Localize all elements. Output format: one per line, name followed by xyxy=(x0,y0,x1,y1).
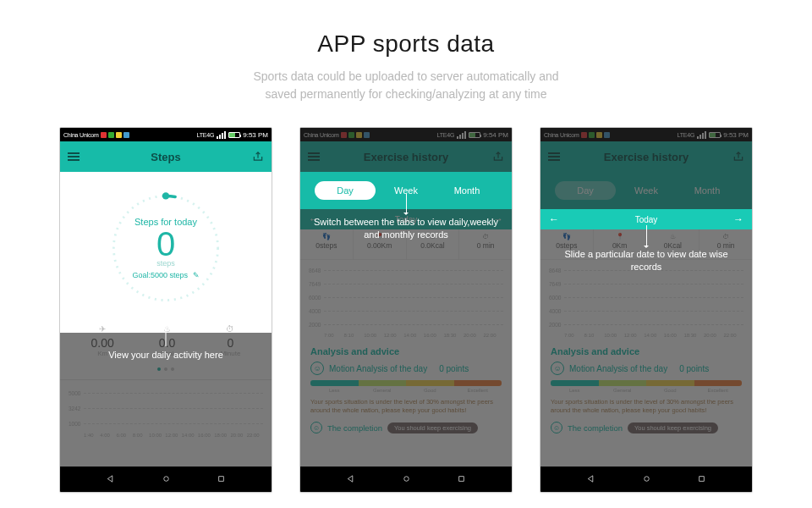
svg-rect-8 xyxy=(700,477,705,482)
tutorial-tip: Switch between the tabs to view daily,we… xyxy=(312,216,500,242)
phone-2: China Unicom LTE4G 9:54 PM Exercise hist… xyxy=(299,127,513,493)
steps-ring[interactable]: Steps for today 0 steps Goal:5000 steps … xyxy=(107,189,225,307)
nav-recent-button[interactable] xyxy=(457,472,466,487)
ring-value: 0 xyxy=(156,227,175,261)
app-header: Steps xyxy=(60,141,272,172)
tutorial-tip: Slide a particular date to view date wis… xyxy=(552,248,740,274)
share-button[interactable] xyxy=(251,150,265,163)
status-icon xyxy=(108,132,114,138)
tutorial-dim xyxy=(300,128,512,172)
phone-1: China Unicom LTE4G 9:53 PM Steps xyxy=(59,127,272,493)
status-icon xyxy=(116,132,122,138)
svg-rect-4 xyxy=(219,477,224,482)
nav-back-button[interactable] xyxy=(586,472,595,487)
menu-button[interactable] xyxy=(67,150,80,163)
nav-home-button[interactable] xyxy=(402,472,411,487)
share-icon xyxy=(252,151,264,163)
tutorial-dim xyxy=(540,128,752,209)
nav-recent-button[interactable] xyxy=(697,472,706,487)
android-navbar xyxy=(300,467,512,492)
ring-goal[interactable]: Goal:5000 steps ✎ xyxy=(132,271,199,279)
ring-unit: steps xyxy=(156,259,175,268)
page-subtitle: Sports data could be uploaded to server … xyxy=(0,68,812,103)
nav-back-button[interactable] xyxy=(106,472,115,487)
tip-arrow xyxy=(406,194,407,214)
goal-text: Goal:5000 steps xyxy=(132,271,188,279)
edit-icon: ✎ xyxy=(193,271,200,279)
status-icon xyxy=(123,132,129,138)
page-root: APP sports data Sports data could be upl… xyxy=(0,0,812,508)
phone-3: China Unicom LTE4G 9:53 PM Exercise hist… xyxy=(540,127,753,493)
header-title: Steps xyxy=(80,151,251,163)
tip-arrow xyxy=(646,225,647,247)
tab-month[interactable]: Month xyxy=(436,181,497,200)
battery-icon xyxy=(228,132,240,138)
nav-recent-button[interactable] xyxy=(217,472,226,487)
subtitle-line-2: saved permanently for checking/analyzing… xyxy=(265,87,546,101)
tutorial-dim xyxy=(300,209,512,492)
subtitle-line-1: Sports data could be uploaded to server … xyxy=(253,69,558,83)
network-label: LTE4G xyxy=(197,132,215,138)
tutorial-tip: View your daily activity here xyxy=(60,350,272,360)
status-icon xyxy=(101,132,107,138)
tab-day[interactable]: Day xyxy=(315,181,376,200)
nav-back-button[interactable] xyxy=(346,472,355,487)
clock-label: 9:53 PM xyxy=(243,131,268,139)
carrier-label: China Unicom xyxy=(63,132,99,138)
svg-point-3 xyxy=(163,477,168,482)
svg-point-2 xyxy=(162,192,169,199)
arrow-right-icon[interactable]: → xyxy=(733,213,743,225)
arrow-left-icon[interactable]: ← xyxy=(549,213,559,225)
nav-home-button[interactable] xyxy=(642,472,651,487)
android-navbar xyxy=(540,467,752,492)
svg-point-7 xyxy=(644,477,649,482)
svg-rect-6 xyxy=(459,477,464,482)
svg-point-5 xyxy=(403,477,409,482)
status-bar: China Unicom LTE4G 9:53 PM xyxy=(60,128,272,141)
hamburger-icon xyxy=(68,152,80,161)
android-navbar xyxy=(60,467,272,492)
date-label: Today xyxy=(635,215,658,224)
page-title: APP sports data xyxy=(0,0,812,58)
signal-icon xyxy=(217,131,226,139)
nav-home-button[interactable] xyxy=(162,472,171,487)
tip-arrow xyxy=(166,324,167,346)
phone-row: China Unicom LTE4G 9:53 PM Steps xyxy=(0,127,812,493)
